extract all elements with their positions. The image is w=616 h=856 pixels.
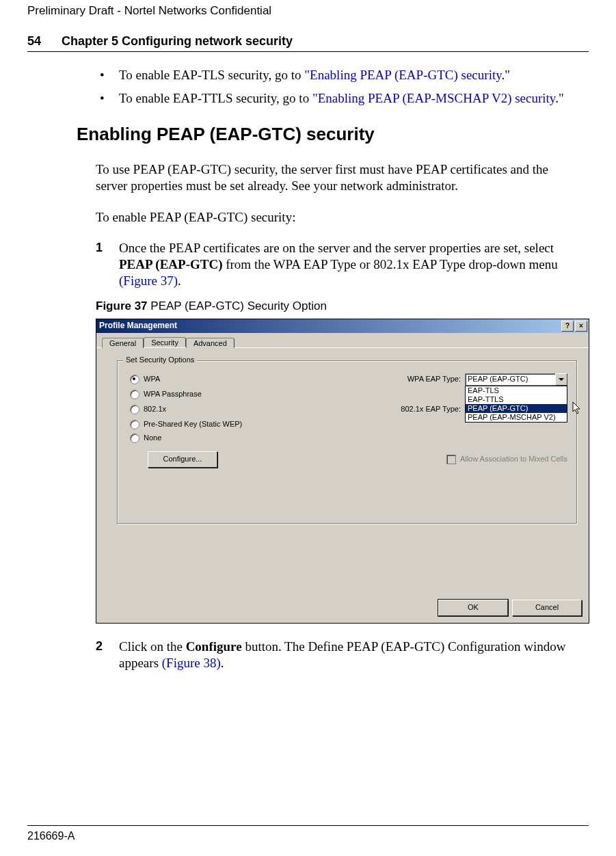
tab-row: General Security Advanced [96, 333, 589, 348]
bullet-text: To enable EAP-TTLS security, go to [119, 91, 312, 105]
dropdown-option[interactable]: EAP-TLS [466, 386, 567, 395]
bullet-text: ." [555, 91, 564, 105]
step-bold: Configure [186, 639, 242, 654]
groupbox-legend: Set Security Options [123, 356, 197, 365]
tab-security[interactable]: Security [144, 337, 186, 347]
step-number: 2 [96, 639, 103, 654]
radio-label: WPA [144, 375, 280, 384]
tab-panel: Set Security Options WPA WPA EAP Type: P… [96, 348, 589, 531]
allow-mixed-checkbox [446, 455, 456, 464]
step-list: 2 Click on the Configure button. The Def… [96, 639, 582, 671]
step-text: Once the PEAP certificates are on the se… [119, 241, 554, 255]
body-content: To enable EAP-TLS security, go to "Enabl… [27, 67, 589, 671]
header-rule [27, 51, 589, 52]
step-number: 1 [96, 240, 103, 256]
titlebar-buttons: ? × [561, 321, 587, 332]
radio-wpa-passphrase[interactable] [130, 390, 139, 399]
dialog-title: Profile Management [99, 321, 177, 331]
radio-label: WPA Passphrase [144, 390, 280, 399]
help-button[interactable]: ? [561, 321, 574, 332]
combo-label: WPA EAP Type: [280, 375, 465, 384]
step-item: 1 Once the PEAP certificates are on the … [96, 240, 582, 289]
bullet-text: ." [501, 68, 510, 82]
radio-wpa[interactable] [130, 375, 139, 384]
radio-8021x[interactable] [130, 405, 139, 414]
bullet-list: To enable EAP-TLS security, go to "Enabl… [96, 67, 582, 107]
step-text: . [221, 656, 224, 670]
figure-label: Figure 37 [96, 299, 148, 312]
eap-type-dropdown-list[interactable]: EAP-TLS EAP-TTLS PEAP (EAP-GTC) PEAP (EA… [465, 386, 567, 423]
close-button[interactable]: × [575, 321, 587, 332]
step-item: 2 Click on the Configure button. The Def… [96, 639, 582, 671]
dialog-titlebar[interactable]: Profile Management ? × [96, 319, 589, 333]
draft-notice: Preliminary Draft - Nortel Networks Conf… [27, 0, 589, 18]
dropdown-option-selected[interactable]: PEAP (EAP-GTC) [466, 404, 567, 413]
figure-reference-link[interactable]: (Figure 37) [119, 273, 178, 288]
dropdown-option[interactable]: PEAP (EAP-MSCHAP V2) [466, 413, 567, 422]
step-text: from the WPA EAP Type or 802.1x EAP Type… [222, 257, 557, 271]
configure-button[interactable]: Configure... [148, 451, 217, 468]
radio-none[interactable] [130, 433, 139, 443]
wpa-eap-type-combo[interactable]: PEAP (EAP-GTC) [465, 373, 567, 386]
section-heading: Enabling PEAP (EAP-GTC) security [77, 123, 582, 146]
cancel-button[interactable]: Cancel [512, 600, 582, 616]
radio-label: None [144, 433, 280, 443]
dialog-button-bar: OK Cancel [96, 593, 589, 623]
tab-advanced[interactable]: Advanced [186, 338, 235, 348]
bullet-item: To enable EAP-TLS security, go to "Enabl… [96, 67, 582, 83]
running-header: 54Chapter 5 Configuring network security [27, 18, 589, 49]
chapter-title: Chapter 5 Configuring network security [62, 34, 293, 48]
combo-label: 802.1x EAP Type: [280, 405, 465, 414]
page-number: 54 [27, 34, 41, 49]
combo-value: PEAP (EAP-GTC) [465, 373, 555, 386]
step-bold: PEAP (EAP-GTC) [119, 257, 222, 271]
security-options-groupbox: Set Security Options WPA WPA EAP Type: P… [117, 360, 578, 524]
figure-reference-link[interactable]: (Figure 38) [162, 656, 221, 670]
allow-mixed-label: Allow Association to Mixed Cells [460, 455, 567, 464]
cross-reference-link[interactable]: "Enabling PEAP (EAP-GTC) security [304, 68, 501, 82]
radio-psk[interactable] [130, 420, 139, 429]
footer-rule [27, 825, 589, 826]
footer-docid: 216669-A [27, 830, 75, 842]
dropdown-option[interactable]: EAP-TTLS [466, 395, 567, 404]
configure-row: Configure... Allow Association to Mixed … [130, 451, 567, 468]
bullet-text: To enable EAP-TLS security, go to [119, 68, 304, 82]
step-list: 1 Once the PEAP certificates are on the … [96, 240, 582, 289]
radio-row: WPA WPA EAP Type: PEAP (EAP-GTC) [130, 373, 567, 386]
radio-label: Pre-Shared Key (Static WEP) [144, 420, 280, 429]
figure-title: PEAP (EAP-GTC) Security Option [148, 299, 327, 312]
step-text: Click on the [119, 639, 186, 654]
ok-button[interactable]: OK [438, 600, 508, 616]
cross-reference-link[interactable]: "Enabling PEAP (EAP-MSCHAP V2) security [312, 91, 555, 105]
paragraph: To enable PEAP (EAP-GTC) security: [96, 209, 582, 226]
tab-general[interactable]: General [102, 338, 144, 348]
step-text: . [178, 273, 181, 288]
radio-row: None [130, 433, 567, 443]
figure-caption: Figure 37 PEAP (EAP-GTC) Security Option [96, 299, 582, 313]
radio-label: 802.1x [144, 405, 280, 414]
profile-management-dialog: Profile Management ? × General Security … [96, 319, 589, 624]
paragraph: To use PEAP (EAP-GTC) security, the serv… [96, 161, 582, 194]
bullet-item: To enable EAP-TTLS security, go to "Enab… [96, 90, 582, 107]
document-page: Preliminary Draft - Nortel Networks Conf… [0, 0, 616, 856]
chevron-down-icon[interactable] [555, 373, 567, 386]
